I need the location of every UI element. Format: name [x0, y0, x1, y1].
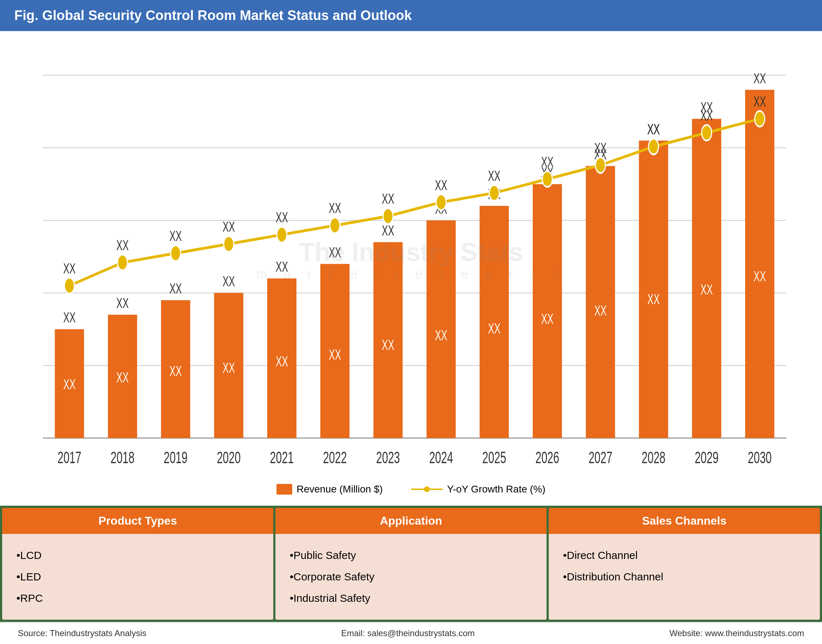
- list-item: •LCD: [17, 545, 259, 566]
- svg-point-75: [383, 209, 393, 224]
- svg-text:XX: XX: [116, 295, 129, 311]
- svg-rect-55: [692, 119, 721, 438]
- svg-text:XX: XX: [753, 70, 766, 86]
- page-wrapper: Fig. Global Security Control Room Market…: [0, 0, 822, 644]
- svg-text:2023: 2023: [376, 448, 400, 466]
- svg-point-87: [702, 125, 712, 141]
- svg-text:2018: 2018: [111, 448, 135, 466]
- info-card-header-1: Application: [276, 508, 546, 534]
- list-item: •LED: [17, 566, 259, 587]
- chart-area: The Industry Stats m a r k e t r e s e a…: [21, 42, 801, 477]
- svg-text:XX: XX: [647, 121, 660, 137]
- svg-text:2028: 2028: [641, 448, 666, 466]
- svg-text:XX: XX: [435, 327, 447, 343]
- svg-text:XX: XX: [116, 237, 129, 253]
- svg-text:XX: XX: [594, 140, 606, 156]
- svg-point-81: [542, 171, 552, 187]
- svg-point-77: [436, 195, 446, 210]
- svg-text:XX: XX: [169, 228, 182, 244]
- svg-rect-47: [586, 166, 615, 438]
- svg-text:XX: XX: [382, 191, 394, 207]
- svg-text:XX: XX: [276, 209, 288, 225]
- svg-text:XX: XX: [63, 376, 76, 392]
- svg-text:XX: XX: [223, 360, 235, 376]
- svg-text:2022: 2022: [323, 448, 347, 466]
- svg-text:XX: XX: [63, 310, 76, 325]
- svg-text:XX: XX: [276, 258, 288, 274]
- legend-growth-line: [411, 486, 442, 492]
- svg-point-71: [277, 227, 287, 243]
- legend-line-segment2: [427, 489, 442, 490]
- svg-point-69: [223, 236, 234, 252]
- list-item: •RPC: [17, 587, 259, 609]
- info-section: Product Types•LCD•LED•RPCApplication•Pub…: [0, 506, 822, 622]
- footer-website: Website: www.theindustrystats.com: [669, 628, 804, 638]
- legend-revenue-label: Revenue (Million $): [297, 483, 383, 495]
- legend-revenue-box: [277, 484, 292, 495]
- svg-rect-51: [639, 140, 668, 438]
- info-card-2: Sales Channels•Direct Channel•Distributi…: [549, 508, 820, 620]
- info-card-1: Application•Public Safety•Corporate Safe…: [276, 508, 546, 620]
- svg-rect-59: [745, 90, 775, 438]
- svg-text:XX: XX: [223, 218, 235, 235]
- svg-text:XX: XX: [701, 281, 713, 297]
- svg-text:XX: XX: [701, 107, 713, 123]
- svg-text:2019: 2019: [164, 448, 188, 466]
- svg-text:2017: 2017: [58, 448, 81, 466]
- svg-point-79: [489, 185, 499, 201]
- svg-text:2020: 2020: [217, 448, 241, 466]
- info-card-header-0: Product Types: [2, 508, 273, 534]
- svg-text:XX: XX: [169, 363, 182, 379]
- list-item: •Corporate Safety: [290, 566, 532, 587]
- svg-point-89: [755, 111, 765, 127]
- svg-point-83: [595, 157, 606, 173]
- list-item: •Public Safety: [290, 545, 532, 566]
- footer-email: Email: sales@theindustrystats.com: [341, 628, 475, 638]
- svg-text:2030: 2030: [748, 448, 771, 466]
- info-card-body-0: •LCD•LED•RPC: [2, 534, 273, 620]
- chart-svg: XXXX2017XXXX2018XXXX2019XXXX2020XXXX2021…: [21, 42, 801, 477]
- svg-text:2024: 2024: [429, 448, 453, 466]
- svg-text:XX: XX: [116, 369, 129, 385]
- svg-text:XX: XX: [541, 311, 554, 327]
- svg-text:XX: XX: [223, 273, 235, 289]
- list-item: •Distribution Channel: [563, 566, 805, 587]
- svg-point-73: [330, 218, 340, 233]
- svg-text:2025: 2025: [482, 448, 506, 466]
- svg-text:XX: XX: [488, 320, 501, 336]
- svg-text:XX: XX: [753, 93, 766, 109]
- svg-text:XX: XX: [382, 337, 394, 353]
- svg-text:XX: XX: [329, 347, 341, 363]
- svg-point-85: [648, 139, 658, 154]
- info-card-0: Product Types•LCD•LED•RPC: [2, 508, 273, 620]
- svg-point-67: [171, 245, 181, 261]
- svg-text:XX: XX: [488, 168, 501, 184]
- chart-section: The Industry Stats m a r k e t r e s e a…: [0, 31, 822, 506]
- svg-text:XX: XX: [169, 280, 182, 296]
- chart-legend: Revenue (Million $) Y-oY Growth Rate (%): [21, 477, 801, 498]
- legend-revenue: Revenue (Million $): [277, 483, 383, 495]
- info-card-header-2: Sales Channels: [549, 508, 820, 534]
- info-card-body-1: •Public Safety•Corporate Safety•Industri…: [276, 534, 546, 620]
- svg-text:XX: XX: [435, 177, 447, 193]
- page-title: Fig. Global Security Control Room Market…: [0, 0, 822, 31]
- svg-point-65: [118, 255, 127, 271]
- svg-text:2026: 2026: [536, 448, 559, 466]
- svg-text:2027: 2027: [588, 448, 612, 466]
- list-item: •Direct Channel: [563, 545, 805, 566]
- svg-text:XX: XX: [276, 353, 288, 369]
- footer-source: Source: Theindustrystats Analysis: [18, 628, 147, 638]
- svg-text:XX: XX: [541, 154, 554, 170]
- svg-text:XX: XX: [63, 260, 76, 276]
- svg-text:XX: XX: [329, 244, 341, 260]
- svg-point-63: [64, 278, 74, 294]
- legend-growth: Y-oY Growth Rate (%): [411, 483, 545, 495]
- svg-text:2021: 2021: [270, 448, 294, 466]
- svg-text:XX: XX: [753, 268, 766, 284]
- footer: Source: Theindustrystats Analysis Email:…: [0, 622, 822, 644]
- legend-growth-label: Y-oY Growth Rate (%): [447, 483, 545, 495]
- svg-text:XX: XX: [647, 291, 660, 307]
- svg-text:XX: XX: [329, 200, 341, 216]
- svg-text:XX: XX: [594, 302, 606, 319]
- svg-text:2029: 2029: [695, 448, 719, 466]
